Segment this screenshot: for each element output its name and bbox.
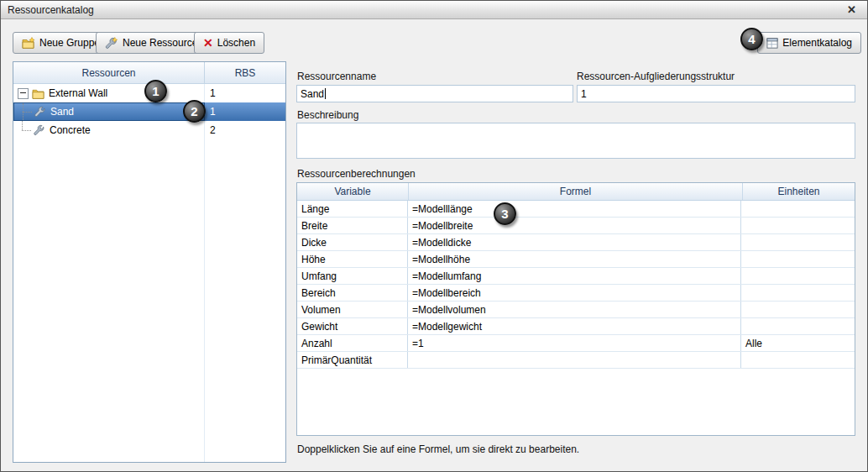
tree-cell-label: External Wall: [13, 84, 205, 102]
window-title: Ressourcenkatalog: [8, 4, 94, 16]
description-field[interactable]: [296, 123, 855, 159]
cell-einheiten[interactable]: [741, 268, 855, 284]
resource-catalog-window: Ressourcenkatalog ✕ Neue Gruppe Neue Res…: [0, 0, 868, 472]
callout-1: 1: [144, 80, 167, 102]
title-bar: Ressourcenkatalog ✕: [1, 1, 867, 19]
tree-connector: [14, 103, 34, 120]
cell-variable: Bereich: [297, 285, 408, 301]
col-header-variable[interactable]: Variable: [297, 183, 409, 200]
cell-formel[interactable]: =Modellvolumen: [408, 302, 741, 317]
resource-name-field[interactable]: Sand: [296, 85, 573, 102]
cell-variable: Anzahl: [297, 335, 408, 351]
tree-cell-rbs: 2: [205, 121, 285, 139]
cell-einheiten[interactable]: [741, 201, 855, 217]
resource-name-value: Sand: [301, 88, 324, 100]
calc-table-header: Variable Formel Einheiten: [297, 183, 855, 201]
tree-item-label: Concrete: [50, 124, 91, 136]
new-group-icon: [22, 37, 35, 50]
tree-item-label: External Wall: [49, 87, 107, 99]
tree-column-divider: [204, 84, 205, 462]
delete-icon: ✕: [203, 37, 213, 49]
cell-formel[interactable]: =Modellhöhe: [408, 251, 741, 267]
collapse-icon[interactable]: [18, 88, 29, 99]
col-header-einheiten[interactable]: Einheiten: [743, 183, 855, 200]
calc-table-row[interactable]: Gewicht =Modellgewicht: [297, 318, 855, 335]
cell-formel[interactable]: =1: [408, 335, 741, 351]
cell-variable: Volumen: [297, 302, 408, 317]
calc-table-row[interactable]: Breite =Modellbreite: [297, 218, 855, 234]
element-catalog-icon: [766, 38, 778, 49]
cell-formel[interactable]: =Modelllänge: [408, 201, 741, 217]
cell-einheiten[interactable]: Alle: [741, 335, 855, 351]
tree-item-label: Sand: [50, 106, 74, 118]
new-group-label: Neue Gruppe: [39, 37, 100, 49]
cell-einheiten[interactable]: [741, 285, 855, 301]
rbs-structure-label: Ressourcen-Aufgliederungsstruktur: [577, 71, 735, 82]
element-catalog-button[interactable]: Elementkatalog: [757, 32, 861, 54]
cell-variable: Breite: [297, 218, 408, 233]
calculations-table: Variable Formel Einheiten Länge =Modelll…: [296, 182, 855, 436]
calc-table-row[interactable]: Anzahl =1 Alle: [297, 335, 855, 352]
text-cursor: [325, 88, 326, 99]
tree-row-concrete[interactable]: Concrete 2: [13, 121, 285, 139]
resource-name-label: Ressourcenname: [297, 71, 376, 82]
calc-table-row[interactable]: Höhe =Modellhöhe: [297, 251, 855, 268]
cell-formel[interactable]: [408, 352, 741, 368]
tree-connector: [13, 121, 34, 139]
calc-table-row[interactable]: Bereich =Modellbereich: [297, 285, 855, 302]
cell-formel[interactable]: =Modelldicke: [408, 234, 741, 250]
new-resource-label: Neue Ressource: [123, 37, 197, 49]
wrench-icon: [34, 124, 45, 136]
element-catalog-label: Elementkatalog: [782, 37, 852, 49]
wrench-icon: [34, 106, 46, 118]
calc-table-row[interactable]: PrimärQuantität: [297, 352, 855, 369]
calc-table-row[interactable]: Dicke =Modelldicke: [297, 234, 855, 251]
tree-cell-rbs: 1: [205, 84, 285, 102]
tree-cell-label: Sand: [13, 102, 205, 121]
new-resource-icon: [105, 37, 118, 50]
tree-cell-rbs: 1: [205, 102, 285, 121]
new-resource-button[interactable]: Neue Ressource: [96, 32, 207, 54]
cell-einheiten[interactable]: [741, 234, 855, 250]
cell-formel[interactable]: =Modellgewicht: [408, 318, 741, 334]
cell-variable: Umfang: [297, 268, 408, 284]
cell-variable: Dicke: [297, 234, 408, 250]
cell-einheiten[interactable]: [741, 251, 855, 267]
cell-variable: Länge: [297, 201, 408, 217]
cell-formel[interactable]: =Modellbreite: [408, 218, 741, 233]
calc-table-row[interactable]: Länge =Modelllänge: [297, 201, 855, 218]
cell-einheiten[interactable]: [741, 218, 855, 233]
callout-3: 3: [494, 202, 516, 225]
callout-4: 4: [740, 28, 763, 50]
calc-table-row[interactable]: Umfang =Modellumfang: [297, 268, 855, 285]
folder-icon: [32, 88, 44, 99]
close-icon[interactable]: ✕: [843, 4, 860, 15]
cell-einheiten[interactable]: [741, 318, 855, 334]
resource-tree-panel: Ressourcen RBS External Wall 1: [13, 61, 286, 463]
rbs-structure-field[interactable]: 1: [577, 85, 855, 102]
tree-row-sand[interactable]: Sand 1: [13, 102, 285, 121]
cell-variable: PrimärQuantität: [297, 352, 408, 368]
cell-einheiten[interactable]: [741, 302, 855, 317]
tree-header-ressourcen[interactable]: Ressourcen: [13, 62, 205, 83]
tree-cell-label: Concrete: [13, 121, 205, 139]
tree-header-rbs[interactable]: RBS: [205, 62, 285, 83]
cell-einheiten[interactable]: [741, 352, 855, 368]
delete-label: Löschen: [217, 37, 255, 49]
callout-2: 2: [183, 100, 206, 123]
cell-variable: Höhe: [297, 251, 408, 267]
edit-formula-hint: Doppelklicken Sie auf eine Formel, um si…: [297, 443, 579, 455]
cell-formel[interactable]: =Modellumfang: [408, 268, 741, 284]
delete-button[interactable]: ✕ Löschen: [194, 32, 264, 54]
col-header-formel[interactable]: Formel: [409, 183, 743, 200]
calculations-label: Ressourcenberechnungen: [297, 168, 416, 180]
calc-table-row[interactable]: Volumen =Modellvolumen: [297, 302, 855, 318]
rbs-structure-value: 1: [581, 88, 587, 100]
tree-body: External Wall 1 Sand 1: [13, 84, 285, 462]
cell-formel[interactable]: =Modellbereich: [408, 285, 741, 301]
new-group-button[interactable]: Neue Gruppe: [13, 32, 109, 54]
description-label: Beschreibung: [297, 109, 358, 121]
cell-variable: Gewicht: [297, 318, 408, 334]
